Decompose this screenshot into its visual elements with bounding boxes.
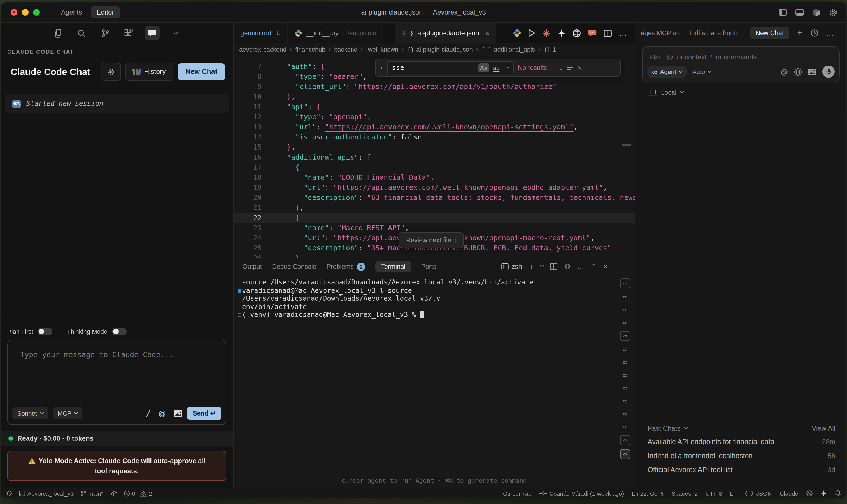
tab-gemini-md[interactable]: gemini.md U	[234, 23, 288, 43]
code-line-23[interactable]: 23 "name": "Macro REST API",	[234, 223, 635, 233]
split-editor-icon[interactable]	[604, 30, 612, 37]
link-icon[interactable]: ∞	[621, 396, 630, 406]
find-next-icon[interactable]: ↓	[559, 64, 563, 72]
cursor-position[interactable]: Ln 22, Col 6	[632, 490, 664, 497]
model-status[interactable]: Claude	[779, 490, 798, 497]
slash-command-button[interactable]: /	[146, 409, 151, 417]
terminal-dropdown-icon[interactable]	[540, 264, 544, 268]
link-icon[interactable]: ∞	[621, 409, 630, 418]
code-line-12[interactable]: 12 "type": "openapi",	[234, 112, 635, 122]
add-chat-icon[interactable]: +	[797, 28, 802, 38]
code-line-17[interactable]: 17 {	[234, 162, 635, 173]
new-chat-tab[interactable]: New Chat	[750, 27, 789, 39]
code-line-21[interactable]: 21 },	[234, 203, 635, 213]
sparkle-icon[interactable]	[558, 29, 565, 37]
attach-image-icon[interactable]	[174, 410, 183, 417]
claude-new-chat-button[interactable]: New Chat	[178, 63, 225, 80]
sparkle-icon[interactable]	[821, 490, 827, 497]
layout-panel-icon[interactable]	[795, 8, 804, 17]
code-line-22[interactable]: 22 {	[234, 213, 635, 223]
agent-mode-select[interactable]: ∞ Agent	[647, 66, 687, 77]
model-select[interactable]: Sonnet	[12, 407, 48, 419]
gear-icon[interactable]	[829, 8, 837, 17]
run-icon[interactable]	[528, 29, 535, 37]
shell-selector[interactable]: zsh	[502, 263, 522, 270]
extensions-icon[interactable]	[121, 26, 136, 40]
code-line-14[interactable]: 14 "is_user_authenticated": false	[234, 132, 635, 142]
git-branch-status[interactable]: main*	[81, 490, 104, 497]
code-line-11[interactable]: 11 "api": {	[234, 102, 635, 112]
git-blame[interactable]: Csanád Váradi (1 week ago)	[540, 490, 624, 497]
tab-output[interactable]: Output	[243, 263, 262, 270]
terminal-output[interactable]: source /Users/varadicsanad/Downloads/Aev…	[234, 275, 635, 488]
find-previous-icon[interactable]: ↑	[551, 64, 555, 72]
model-auto-select[interactable]: Auto	[692, 68, 711, 75]
find-in-selection-icon[interactable]	[567, 66, 574, 70]
encoding[interactable]: UTF-8	[706, 490, 722, 497]
find-expand-icon[interactable]: ›	[381, 65, 382, 71]
project-name[interactable]: Aevorex_local_v3	[19, 490, 74, 497]
thinking-mode-toggle[interactable]: Thinking Mode	[67, 328, 126, 336]
claude-settings-button[interactable]	[101, 63, 121, 80]
regex-button[interactable]: .*	[503, 63, 511, 72]
code-line-20[interactable]: 20 "description": "63 financial data too…	[234, 193, 635, 203]
find-close-icon[interactable]: ×	[578, 64, 582, 72]
more-icon[interactable]: …	[619, 31, 627, 35]
tab-terminal[interactable]: Terminal	[376, 261, 411, 272]
maximize-panel-icon[interactable]: ⌃	[591, 263, 597, 270]
notifications-bell-icon[interactable]	[835, 490, 841, 497]
link-icon[interactable]: ∞	[621, 371, 630, 380]
chat-tab-1[interactable]: éges MCP arc	[641, 30, 682, 36]
trash-icon[interactable]	[564, 263, 571, 270]
close-tab-icon[interactable]: ×	[486, 29, 490, 37]
copy-icon[interactable]	[51, 26, 65, 40]
history-clock-icon[interactable]	[810, 29, 818, 37]
toggle-switch[interactable]	[112, 328, 126, 336]
eol[interactable]: LF	[730, 490, 737, 497]
link-icon[interactable]: ∞	[621, 318, 630, 327]
cursor-tab-status[interactable]: Cursor Tab	[503, 490, 532, 497]
tab-agents[interactable]: Agents	[55, 6, 88, 18]
breadcrumb-item[interactable]: [ ]additional_apis	[481, 46, 535, 53]
starburst-icon[interactable]	[542, 29, 551, 37]
tab-debug-console[interactable]: Debug Console	[272, 263, 317, 270]
chat-bubble-icon[interactable]	[145, 26, 159, 40]
framed-link-icon[interactable]: ∞	[620, 278, 630, 288]
split-terminal-icon[interactable]	[550, 263, 558, 270]
zoom-window-button[interactable]	[33, 9, 40, 16]
tab-ai-plugin-claude-json[interactable]: { } ai-plugin-claude.json ×	[396, 23, 496, 43]
indentation[interactable]: Spaces: 2	[671, 490, 698, 497]
whole-word-button[interactable]: ab	[491, 63, 501, 72]
new-terminal-button[interactable]: +	[529, 262, 534, 271]
breadcrumb-item[interactable]: backend	[334, 46, 357, 53]
match-case-button[interactable]: Aa	[478, 63, 489, 72]
search-icon[interactable]	[74, 26, 89, 40]
git-branch-icon[interactable]	[98, 26, 112, 40]
code-line-19[interactable]: 19 "url": "https://api.aevorex.com/.well…	[234, 183, 635, 193]
link-icon[interactable]: ∞	[621, 358, 630, 367]
chat-input-card[interactable]: Plan, @ for context, / for commands ∞ Ag…	[642, 47, 840, 82]
framed-link-icon[interactable]: ∞	[620, 331, 630, 341]
link-icon[interactable]: ∞	[621, 305, 630, 314]
history-button[interactable]: History	[125, 63, 173, 80]
mention-button[interactable]: @	[159, 409, 166, 417]
review-next-file-tooltip[interactable]: Review next file›	[399, 232, 464, 248]
breadcrumb-item[interactable]: financehub	[295, 46, 325, 53]
globe-icon[interactable]	[794, 68, 802, 76]
chat-icon[interactable]	[588, 29, 597, 37]
claude-message-input[interactable]: Type your message to Claude Code... Sonn…	[7, 340, 226, 425]
tab-problems[interactable]: Problems2	[327, 263, 366, 271]
copilot-disabled-icon[interactable]	[806, 490, 813, 497]
code-line-10[interactable]: 10 },	[234, 92, 635, 102]
close-window-button[interactable]	[11, 9, 17, 16]
code-line-16[interactable]: 16 "additional_apis": [	[234, 152, 635, 162]
link-icon[interactable]: ∞	[621, 383, 630, 393]
openai-icon[interactable]	[572, 29, 581, 37]
breadcrumb-item[interactable]: .well-known	[366, 46, 399, 53]
remote-indicator[interactable]	[6, 490, 12, 496]
chat-tab-2[interactable]: Indítsd el a fronten	[689, 30, 739, 36]
cube-icon[interactable]	[812, 8, 821, 17]
code-editor[interactable]: 7 "auth": {8 "type": "bearer",9 "client_…	[234, 55, 635, 257]
chat-more-icon[interactable]: …	[826, 31, 834, 35]
breadcrumb-item[interactable]: {}1	[544, 46, 556, 53]
